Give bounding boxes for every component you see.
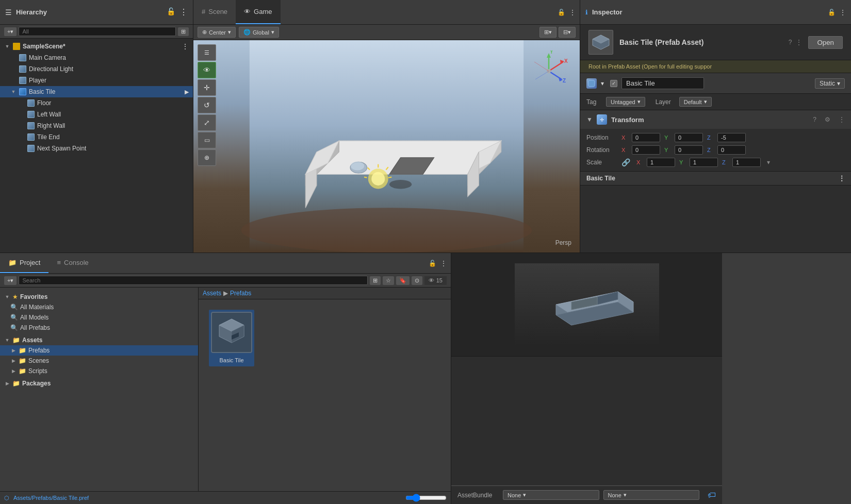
transform-settings-icon[interactable]: ⚙ — [825, 116, 830, 123]
tool-hamburger[interactable]: ☰ — [198, 44, 216, 61]
basic-tile-more-icon[interactable]: ⋮ — [839, 175, 845, 182]
project-more-icon[interactable]: ⋮ — [440, 260, 447, 267]
project-filter-btn[interactable]: 🔖 — [396, 276, 410, 285]
transform-more-icon[interactable]: ⋮ — [839, 116, 845, 123]
hierarchy-item-directional-light[interactable]: Directional Light — [0, 63, 193, 75]
scale-lock-icon[interactable]: 🔗 — [621, 158, 630, 166]
hierarchy-search-input[interactable] — [19, 27, 176, 36]
inspector-lock-icon[interactable]: 🔓 — [828, 9, 836, 16]
zoom-slider[interactable] — [405, 494, 447, 502]
asset-bundle-dropdown1[interactable]: None ▾ — [503, 490, 599, 500]
project-lock-icon[interactable]: 🔓 — [429, 260, 436, 267]
scale-z-label: Z — [722, 159, 728, 165]
hierarchy-menu-icon[interactable]: ☰ — [5, 8, 12, 16]
assets-header[interactable]: ▼ 📁 Assets — [0, 335, 198, 345]
svg-text:X: X — [564, 58, 568, 64]
project-grid-view-btn[interactable]: ⊞ — [370, 276, 381, 285]
tree-all-prefabs[interactable]: 🔍 All Prefabs — [0, 323, 198, 333]
basic-tile-component-header[interactable]: Basic Tile ⋮ — [580, 172, 851, 186]
transform-help-icon[interactable]: ? — [813, 116, 816, 123]
tool-rotate[interactable]: ↺ — [198, 97, 216, 113]
global-button[interactable]: 🌐 Global ▾ — [239, 27, 279, 38]
tool-eye[interactable]: 👁 — [198, 62, 216, 78]
hierarchy-item-label: Tile End — [37, 133, 60, 141]
svg-line-19 — [364, 177, 367, 178]
hierarchy-item-right-wall[interactable]: Right Wall — [0, 120, 193, 131]
center-button[interactable]: ⊕ Center ▾ — [198, 27, 236, 38]
tree-all-materials[interactable]: 🔍 All Materials — [0, 302, 198, 312]
open-prefab-button[interactable]: Open — [808, 36, 843, 49]
tab-game[interactable]: 👁 Game — [236, 0, 280, 24]
tool-scale[interactable]: ⤢ — [198, 114, 216, 131]
asset-bundle-tag-icon[interactable]: 🏷 — [708, 491, 716, 500]
scale-z-input[interactable] — [732, 158, 761, 167]
hierarchy-add-button[interactable]: +▾ — [4, 27, 17, 36]
asset-item-basic-tile[interactable]: Basic Tile — [209, 310, 254, 366]
asset-small-thumbnail — [588, 30, 613, 55]
hierarchy-item-tile-end[interactable]: Tile End — [0, 131, 193, 143]
scale-x-input[interactable] — [647, 158, 675, 167]
inspector-help-icon[interactable]: ? — [789, 39, 792, 46]
hierarchy-item-next-spawn-point[interactable]: Next Spawn Point — [0, 143, 193, 154]
inspector-more-icon[interactable]: ⋮ — [840, 9, 846, 16]
snap-button[interactable]: ⊟▾ — [559, 27, 576, 38]
static-dropdown[interactable]: Static ▾ — [815, 78, 845, 89]
svg-text:Z: Z — [563, 78, 566, 83]
hierarchy-item-left-wall[interactable]: Left Wall — [0, 109, 193, 120]
layer-dropdown[interactable]: Default ▾ — [679, 97, 712, 107]
scale-expand-icon[interactable]: ▾ — [767, 159, 770, 166]
pos-y-input[interactable] — [675, 133, 703, 142]
tree-scripts[interactable]: ▶ 📁 Scripts — [0, 366, 198, 376]
scene-more-icon[interactable]: ⋮ — [182, 42, 189, 51]
svg-point-1 — [241, 208, 532, 253]
expand-arrow — [19, 123, 25, 129]
tool-rect[interactable]: ▭ — [198, 132, 216, 148]
breadcrumb-prefabs[interactable]: Prefabs — [230, 290, 251, 297]
transform-expand-arrow[interactable]: ▼ — [586, 116, 593, 123]
tab-console[interactable]: ≡ Console — [48, 253, 96, 273]
packages-header[interactable]: ▶ 📁 Packages — [0, 378, 198, 389]
tree-prefabs[interactable]: ▶ 📁 Prefabs — [0, 345, 198, 356]
gameobject-active-checkbox[interactable]: ✓ — [610, 80, 617, 87]
pos-z-input[interactable] — [717, 133, 746, 142]
global-label: Global — [253, 29, 269, 36]
asset-bundle-dropdown2[interactable]: None ▾ — [603, 490, 700, 500]
scene-lock-icon[interactable]: 🔓 — [558, 9, 565, 16]
favorites-header[interactable]: ▼ ★ Favorites — [0, 292, 198, 302]
grid-button[interactable]: ⊞▾ — [539, 27, 557, 38]
tree-all-models[interactable]: 🔍 All Models — [0, 312, 198, 323]
rot-x-input[interactable] — [632, 145, 660, 155]
hierarchy-item-floor[interactable]: Floor — [0, 97, 193, 109]
project-eye-btn[interactable]: ⊙ — [412, 276, 422, 285]
prefab-arrow-icon[interactable]: ▶ — [185, 89, 189, 95]
rot-z-input[interactable] — [717, 145, 746, 155]
scene-3d-view[interactable]: Y X Z — [193, 40, 580, 253]
hierarchy-lock-icon[interactable]: 🔓 — [167, 7, 175, 17]
hierarchy-item-player[interactable]: Player — [0, 75, 193, 86]
hierarchy-filter-button[interactable]: ⊞ — [178, 27, 189, 36]
inspector-asset-more-icon[interactable]: ⋮ — [796, 39, 802, 46]
tree-scenes[interactable]: ▶ 📁 Scenes — [0, 356, 198, 366]
pos-x-input[interactable] — [632, 133, 660, 142]
project-search-input[interactable] — [19, 276, 367, 285]
hierarchy-more-icon[interactable]: ⋮ — [179, 7, 188, 17]
packages-expand-arrow: ▶ — [4, 380, 10, 387]
tab-project[interactable]: 📁 Project — [0, 253, 48, 273]
tool-move[interactable]: ✛ — [198, 79, 216, 96]
scene-more-icon[interactable]: ⋮ — [569, 9, 576, 16]
hierarchy-item-basic-tile[interactable]: ▼ Basic Tile ▶ — [0, 86, 193, 97]
rot-y-input[interactable] — [675, 145, 703, 155]
gameobject-name-input[interactable] — [621, 77, 704, 89]
transform-component: ▼ ✛ Transform ? ⚙ ⋮ Position X Y — [580, 110, 851, 172]
hierarchy-item-main-camera[interactable]: Main Camera — [0, 52, 193, 63]
project-favorites-btn[interactable]: ☆ — [383, 276, 394, 285]
tag-dropdown[interactable]: Untagged ▾ — [606, 97, 645, 107]
scale-y-input[interactable] — [690, 158, 718, 167]
tab-scene[interactable]: # Scene — [193, 0, 236, 24]
asset-bundle-value2: None — [608, 492, 621, 498]
breadcrumb-assets[interactable]: Assets — [203, 290, 221, 297]
project-add-button[interactable]: +▾ — [4, 276, 17, 285]
expand-arrow — [10, 66, 17, 72]
tool-transform[interactable]: ⊕ — [198, 149, 216, 166]
hierarchy-item-sample-scene[interactable]: ▼ SampleScene* ⋮ — [0, 41, 193, 52]
